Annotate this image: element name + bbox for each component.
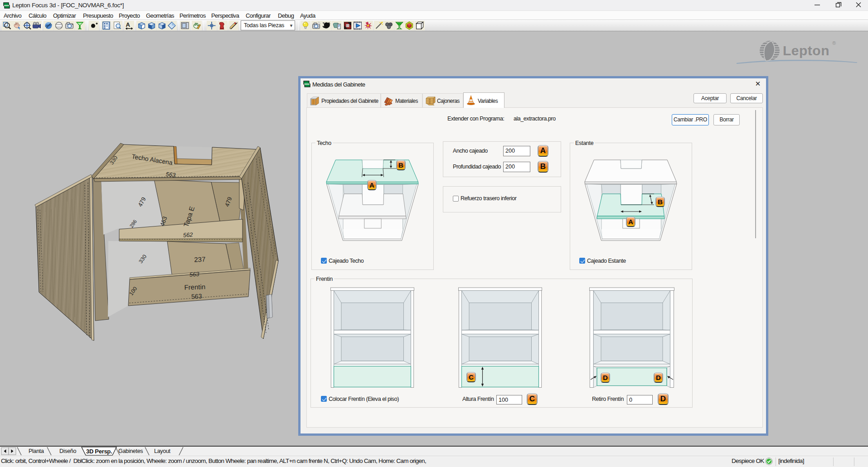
svg-text:Planta: Planta: [29, 448, 44, 454]
svg-text:237: 237: [194, 255, 206, 264]
svg-text:Frentin: Frentin: [184, 283, 205, 291]
svg-text:562: 562: [183, 231, 193, 239]
svg-text:A: A: [126, 21, 131, 28]
svg-text:Lepton: Lepton: [783, 43, 829, 58]
svg-text:Diseño: Diseño: [59, 448, 76, 454]
svg-text:3D Persp.: 3D Persp.: [86, 448, 112, 455]
svg-text:563: 563: [165, 171, 176, 178]
svg-text:Gabinetes: Gabinetes: [118, 448, 143, 454]
svg-text:563: 563: [189, 270, 199, 278]
svg-text:®: ®: [832, 40, 836, 46]
svg-text:Layout: Layout: [154, 448, 171, 454]
svg-text:563: 563: [191, 293, 202, 300]
